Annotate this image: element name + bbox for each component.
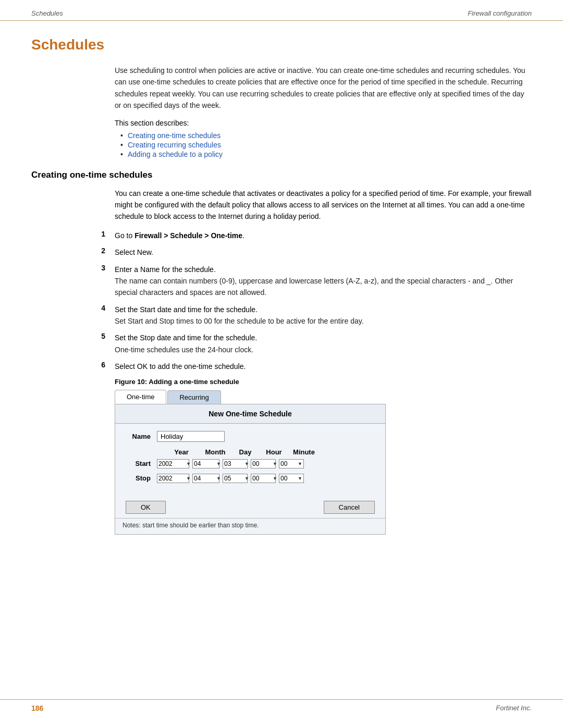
col-header-minute: Minute	[288, 448, 320, 456]
stop-month-wrapper: 04 010203 ▼	[192, 474, 223, 483]
stop-year-wrapper: 2002 2003 ▼	[157, 474, 192, 483]
stop-day-wrapper: 05 010203 ▼	[223, 474, 251, 483]
page-container: Schedules Firewall configuration Schedul…	[0, 0, 563, 728]
stop-month-select[interactable]: 04 010203	[192, 474, 219, 483]
start-label: Start	[126, 460, 157, 467]
steps-container: 1 Go to Firewall > Schedule > One-time. …	[83, 230, 532, 373]
link-recurring-schedules[interactable]: Creating recurring schedules	[128, 141, 221, 149]
step6-text: Select OK to add the one-time schedule.	[115, 362, 246, 371]
footer-company: Fortinet Inc.	[496, 704, 532, 712]
step-number-2: 2	[83, 246, 115, 255]
step-content-1: Go to Firewall > Schedule > One-time.	[115, 230, 532, 241]
step-5: 5 Set the Stop date and time for the sch…	[83, 332, 532, 355]
step-number-5: 5	[83, 332, 115, 340]
page-footer: 186 Fortinet Inc.	[0, 699, 563, 712]
header-left: Schedules	[31, 9, 63, 17]
header-right: Firewall configuration	[468, 9, 532, 17]
stop-day-select[interactable]: 05 010203	[223, 474, 248, 483]
step-content-4: Set the Start date and time for the sche…	[115, 304, 532, 327]
link-one-time-schedules[interactable]: Creating one-time schedules	[128, 131, 221, 140]
start-day-wrapper: 03 010204 ▼	[223, 459, 251, 468]
page-header: Schedules Firewall configuration	[0, 0, 563, 21]
start-month-select[interactable]: 04 010203 0506	[192, 459, 219, 468]
section-describes-label: This section describes:	[115, 119, 532, 127]
name-row: Name	[126, 431, 375, 442]
links-list: Creating one-time schedules Creating rec…	[128, 131, 532, 158]
start-row: Start 2002 2003 ▼ 04 010203	[126, 459, 375, 468]
stop-row: Stop 2002 2003 ▼ 04 010203	[126, 474, 375, 483]
tab-recurring[interactable]: Recurring	[167, 390, 221, 404]
step-content-5: Set the Stop date and time for the sched…	[115, 332, 532, 355]
dialog-container: One-time Recurring New One-time Schedule…	[115, 390, 386, 535]
figure-label: Figure 10: Adding a one-time schedule	[115, 378, 532, 386]
main-content: Schedules Use scheduling to control when…	[0, 21, 563, 556]
page-title: Schedules	[31, 36, 532, 53]
step-3: 3 Enter a Name for the schedule. The nam…	[83, 264, 532, 299]
col-header-month: Month	[200, 448, 231, 456]
stop-hour-wrapper: 00 011223 ▼	[251, 474, 279, 483]
list-item: Creating recurring schedules	[128, 141, 532, 149]
dialog-box: New One-time Schedule Name Year Month Da…	[115, 404, 386, 535]
start-minute-wrapper: 00 153045 ▼	[279, 459, 304, 468]
stop-hour-select[interactable]: 00 011223	[251, 474, 276, 483]
list-item: Creating one-time schedules	[128, 131, 532, 140]
step-number-6: 6	[83, 361, 115, 369]
column-headers: Year Month Day Hour Minute	[163, 448, 375, 456]
stop-minute-wrapper: 00 153045 ▼	[279, 474, 304, 483]
dialog-form: Name Year Month Day Hour Minute Start	[115, 424, 385, 496]
step-content-6: Select OK to add the one-time schedule.	[115, 361, 532, 372]
col-header-day: Day	[231, 448, 260, 456]
step-number-3: 3	[83, 264, 115, 272]
start-year-select[interactable]: 2002 2003	[157, 459, 189, 468]
start-year-wrapper: 2002 2003 ▼	[157, 459, 192, 468]
col-header-year: Year	[163, 448, 200, 456]
footer-page-number: 186	[31, 704, 43, 712]
step3-main-text: Enter a Name for the schedule.	[115, 264, 532, 275]
start-minute-select[interactable]: 00 153045	[279, 459, 304, 468]
tab-onetime[interactable]: One-time	[115, 390, 166, 404]
list-item: Adding a schedule to a policy	[128, 150, 532, 158]
start-month-wrapper: 04 010203 0506 ▼	[192, 459, 223, 468]
step-content-2: Select New.	[115, 246, 532, 258]
ok-button[interactable]: OK	[126, 501, 166, 514]
step5-sub-text: One-time schedules use the 24-hour clock…	[115, 344, 532, 355]
step1-text: Go to Firewall > Schedule > One-time.	[115, 231, 244, 240]
step4-sub-text: Set Start and Stop times to 00 for the s…	[115, 315, 532, 327]
stop-year-select[interactable]: 2002 2003	[157, 474, 189, 483]
col-header-hour: Hour	[260, 448, 288, 456]
section1-heading: Creating one-time schedules	[31, 170, 532, 180]
step5-main-text: Set the Stop date and time for the sched…	[115, 332, 532, 343]
step-1: 1 Go to Firewall > Schedule > One-time.	[83, 230, 532, 241]
step-2: 2 Select New.	[83, 246, 532, 258]
start-hour-select[interactable]: 00 011223	[251, 459, 276, 468]
name-input[interactable]	[157, 431, 225, 442]
step-content-3: Enter a Name for the schedule. The name …	[115, 264, 532, 299]
name-label: Name	[126, 433, 157, 440]
button-row: OK Cancel	[115, 501, 385, 514]
cancel-button[interactable]: Cancel	[324, 501, 375, 514]
stop-label: Stop	[126, 474, 157, 482]
notes-text: Notes: start time should be earlier than…	[115, 518, 385, 534]
link-add-schedule-policy[interactable]: Adding a schedule to a policy	[128, 150, 223, 158]
step-4: 4 Set the Start date and time for the sc…	[83, 304, 532, 327]
dialog-title: New One-time Schedule	[115, 404, 385, 424]
step-number-1: 1	[83, 230, 115, 238]
step-number-4: 4	[83, 304, 115, 312]
step-6: 6 Select OK to add the one-time schedule…	[83, 361, 532, 372]
section1-body: You can create a one-time schedule that …	[115, 188, 532, 223]
step4-main-text: Set the Start date and time for the sche…	[115, 304, 532, 315]
stop-minute-select[interactable]: 00 153045	[279, 474, 304, 483]
step1-bold: Firewall > Schedule > One-time	[134, 231, 242, 240]
step2-text: Select New.	[115, 248, 153, 256]
tab-bar: One-time Recurring	[115, 390, 386, 404]
intro-paragraph: Use scheduling to control when policies …	[115, 65, 532, 112]
step3-sub-text: The name can contain numbers (0-9), uppe…	[115, 275, 532, 299]
start-day-select[interactable]: 03 010204	[223, 459, 248, 468]
start-hour-wrapper: 00 011223 ▼	[251, 459, 279, 468]
